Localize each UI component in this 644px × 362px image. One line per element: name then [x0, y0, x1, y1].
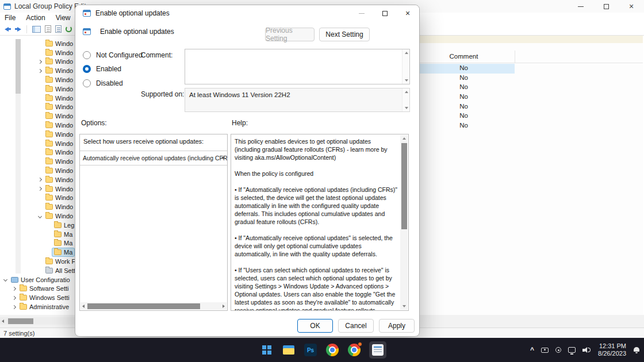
chevron-icon[interactable]: [37, 149, 43, 155]
chevron-icon[interactable]: [37, 141, 43, 147]
cancel-button[interactable]: Cancel: [338, 319, 374, 333]
chevron-icon[interactable]: [45, 249, 51, 255]
chevron-icon[interactable]: [37, 132, 43, 137]
file-explorer-button[interactable]: [282, 343, 296, 357]
chevron-icon[interactable]: [37, 95, 43, 101]
comment-scrollbar[interactable]: [402, 49, 409, 84]
policy-editor-taskbar-button[interactable]: [369, 341, 386, 359]
chrome-profile-button[interactable]: [347, 343, 361, 357]
console-tree-icon[interactable]: [32, 25, 41, 34]
volume-icon[interactable]: [582, 346, 591, 353]
chevron-icon[interactable]: [37, 113, 43, 119]
notification-bell-icon[interactable]: [633, 346, 639, 353]
options-horizontal-scrollbar[interactable]: [80, 302, 227, 310]
chevron-icon[interactable]: [37, 41, 43, 47]
chevron-icon[interactable]: [37, 122, 43, 128]
chevron-icon[interactable]: [37, 213, 43, 219]
chevron-icon[interactable]: [37, 77, 43, 83]
radio-circle-icon[interactable]: [83, 65, 91, 73]
chevron-down-icon[interactable]: [221, 157, 225, 159]
chevron-icon[interactable]: [37, 195, 43, 201]
forward-arrow-icon[interactable]: [15, 25, 21, 34]
tree-item-label: Windo: [55, 158, 73, 165]
ok-button[interactable]: OK: [297, 319, 333, 333]
radio-disabled[interactable]: Disabled: [83, 78, 123, 88]
folder-icon: [45, 95, 53, 101]
radio-enabled[interactable]: Enabled: [83, 64, 121, 74]
comment-textbox[interactable]: [185, 49, 410, 84]
policy-editor-icon: [372, 344, 384, 356]
properties-icon[interactable]: [55, 25, 62, 34]
chevron-icon[interactable]: [37, 86, 43, 92]
chevron-icon[interactable]: [37, 50, 43, 56]
refresh-icon[interactable]: [66, 25, 72, 34]
tray-app-icon[interactable]: [555, 347, 561, 353]
column-header-comment[interactable]: Comment: [413, 53, 515, 60]
column-divider: [515, 51, 515, 63]
start-button[interactable]: [260, 343, 274, 357]
chevron-icon[interactable]: [37, 159, 43, 164]
scroll-right-icon[interactable]: [223, 305, 225, 308]
scroll-left-icon[interactable]: [2, 319, 4, 323]
scroll-left-icon[interactable]: [82, 305, 85, 308]
chevron-icon[interactable]: [37, 204, 43, 210]
chevron-icon[interactable]: [11, 295, 17, 301]
scrollbar-thumb[interactable]: [16, 39, 21, 94]
scroll-up-icon[interactable]: [405, 91, 408, 93]
radio-circle-icon[interactable]: [83, 79, 91, 87]
folder-icon: [45, 186, 53, 192]
chrome-button[interactable]: [325, 343, 339, 357]
chevron-icon[interactable]: [11, 286, 17, 291]
chevron-icon[interactable]: [11, 304, 17, 310]
photoshop-button[interactable]: Ps: [304, 343, 317, 357]
chevron-icon[interactable]: [37, 268, 43, 274]
minimize-button[interactable]: [568, 0, 593, 13]
taskbar-clock[interactable]: 12:31 PM 8/26/2023: [598, 342, 626, 357]
chevron-icon[interactable]: [37, 177, 43, 183]
dialog-maximize-button[interactable]: [373, 5, 396, 21]
hidden-icons-chevron-icon[interactable]: ^: [530, 346, 534, 353]
chevron-icon[interactable]: [37, 186, 43, 192]
next-setting-button[interactable]: Next Setting: [319, 28, 370, 41]
export-list-icon[interactable]: [45, 25, 51, 34]
optional-updates-dropdown[interactable]: Automatically receive optional updates (…: [80, 151, 227, 165]
tray-camera-icon[interactable]: [541, 348, 549, 353]
chevron-icon[interactable]: [37, 59, 43, 64]
chevron-icon[interactable]: [37, 259, 43, 264]
chevron-icon[interactable]: [45, 240, 51, 246]
chevron-icon[interactable]: [45, 222, 51, 228]
chevron-icon[interactable]: [45, 232, 51, 237]
chevron-icon[interactable]: [37, 168, 43, 174]
close-button[interactable]: ×: [619, 0, 644, 13]
dialog-close-button[interactable]: ×: [396, 5, 419, 21]
folder-icon: [54, 232, 62, 237]
scroll-down-icon[interactable]: [402, 305, 406, 307]
chevron-icon[interactable]: [2, 277, 8, 283]
scroll-up-icon[interactable]: [405, 52, 408, 54]
scroll-down-icon[interactable]: [405, 79, 408, 82]
network-icon[interactable]: [568, 347, 576, 353]
scrollbar-thumb[interactable]: [401, 143, 407, 229]
chevron-icon[interactable]: [37, 104, 43, 110]
menu-view[interactable]: View: [56, 14, 76, 22]
scroll-down-icon[interactable]: [405, 107, 408, 109]
menu-file[interactable]: File: [5, 14, 21, 22]
radio-not-configured[interactable]: Not Configured: [83, 50, 143, 60]
chevron-icon[interactable]: [37, 68, 43, 74]
apply-button[interactable]: Apply: [379, 319, 415, 333]
tree-vertical-scrollbar[interactable]: [16, 39, 21, 274]
back-arrow-icon[interactable]: [5, 25, 11, 34]
tree-item-label: Windo: [55, 113, 73, 120]
previous-setting-button[interactable]: Previous Setting: [265, 28, 315, 41]
options-panel: Select how users receive optional update…: [79, 134, 228, 311]
help-vertical-scrollbar[interactable]: [400, 135, 408, 310]
supported-scrollbar[interactable]: [402, 88, 409, 111]
maximize-button[interactable]: [593, 0, 619, 13]
scrollbar-thumb[interactable]: [8, 318, 33, 324]
radio-circle-icon[interactable]: [83, 51, 91, 59]
scroll-up-icon[interactable]: [402, 137, 406, 140]
folder-icon: [45, 195, 53, 201]
menu-action[interactable]: Action: [26, 14, 51, 22]
scrollbar-thumb[interactable]: [87, 303, 200, 309]
comment-cell: No: [413, 93, 515, 100]
